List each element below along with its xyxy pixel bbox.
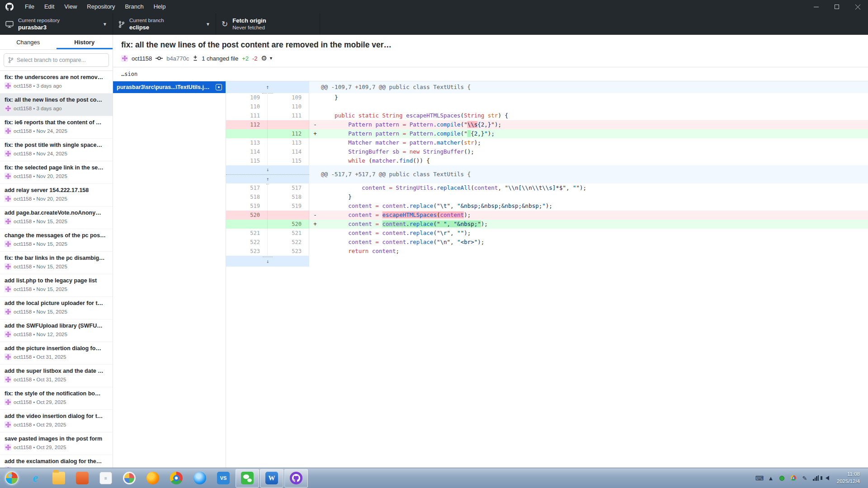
expand-down-button[interactable]: ↓ (263, 257, 273, 266)
tray-pen-icon[interactable]: ✎ (801, 474, 808, 482)
commit-list-item[interactable]: fix: the selected page link in the se…oc… (0, 161, 113, 184)
diff-line-ctx[interactable]: 523523 return content; (226, 247, 868, 256)
taskbar-github-desktop-icon[interactable] (284, 469, 308, 488)
commit-item-title: change the messages of the pc pos… (5, 232, 108, 239)
diff-line-ctx[interactable]: 110110 (226, 102, 868, 111)
commit-title: fix: all the new lines of the post conte… (121, 40, 860, 50)
menu-repository[interactable]: Repository (82, 0, 120, 14)
diff-line-del[interactable]: 112- Pattern pattern = Pattern.compile("… (226, 120, 868, 129)
taskbar-word-icon[interactable]: W (260, 469, 283, 488)
minimize-button[interactable] (806, 0, 826, 14)
diff-marker (309, 156, 321, 165)
expand-down-button[interactable]: ↓ (226, 165, 309, 175)
author-avatar (121, 55, 128, 62)
tray-network-icon[interactable] (812, 474, 820, 482)
taskbar-notepad-icon[interactable]: ≡ (94, 468, 118, 488)
commit-list-item[interactable]: fix: all the new lines of the post co…oc… (0, 94, 113, 116)
tray-keyboard-icon[interactable]: ⌨ (756, 474, 763, 482)
diff-line-ctx[interactable]: 113113 Matcher matcher = pattern.matcher… (226, 138, 868, 147)
old-line-number: 109 (226, 93, 268, 102)
commit-list-item[interactable]: add page.bar.createVote.noAnony…oct1158 … (0, 206, 113, 229)
tab-changes[interactable]: Changes (0, 35, 57, 49)
diff-line-ctx[interactable]: 517517 content = StringUtils.replaceAll(… (226, 183, 868, 192)
commit-item-meta: oct1158 • Oct 31, 2025 (5, 376, 108, 383)
taskbar-chrome-icon[interactable] (165, 468, 188, 488)
expand-up-button[interactable]: ↑ (262, 81, 273, 94)
diff-line-add[interactable]: 112+ Pattern pattern = Pattern.compile("… (226, 129, 868, 138)
menu-file[interactable]: File (20, 0, 39, 14)
avatar (5, 308, 11, 315)
commit-list-item[interactable]: add the super listbox and the date …oct1… (0, 365, 113, 387)
diff-line-ctx[interactable]: 109109 } (226, 93, 868, 102)
avatar (5, 263, 11, 270)
commit-hash[interactable]: b4a770c (166, 55, 189, 62)
new-line-number: 110 (268, 102, 309, 111)
compare-branch-input[interactable]: Select branch to compare... (4, 53, 109, 67)
compare-placeholder: Select branch to compare... (17, 57, 86, 63)
tray-defender-icon[interactable] (778, 474, 786, 482)
commit-list-item[interactable]: add list.php to the legacy page listoct1… (0, 274, 113, 297)
commit-list-item[interactable]: add the picture insertion dialog fo…oct1… (0, 342, 113, 365)
diff-line-ctx[interactable]: 521521 content = content.replace("\r", "… (226, 229, 868, 238)
repository-caret-icon: ▼ (94, 22, 107, 27)
commit-list-item[interactable]: fix: the style of the notification bo…oc… (0, 387, 113, 410)
tab-history[interactable]: History (57, 35, 113, 49)
avatar (5, 195, 11, 202)
tray-volume-icon[interactable] (824, 474, 831, 482)
diff-line-ctx[interactable]: 111111 public static String escapeHTMLSp… (226, 111, 868, 120)
commit-item-title: save pasted images in the post form (5, 436, 108, 442)
commit-list-item[interactable]: fix: the post title with single space…oc… (0, 139, 113, 161)
commit-list-item[interactable]: fix: ie6 reports that the content of …oc… (0, 116, 113, 139)
tray-chrome-tray-icon[interactable] (790, 474, 797, 482)
diff-marker (309, 111, 321, 120)
commit-list-item[interactable]: fix: the bar links in the pc disambig…oc… (0, 252, 113, 274)
expand-up-button[interactable]: ↑ (226, 175, 309, 184)
menu-view[interactable]: View (59, 0, 82, 14)
wechat-icon (241, 472, 254, 484)
menu-help[interactable]: Help (149, 0, 171, 14)
commit-list-item[interactable]: save pasted images in the post formoct11… (0, 432, 113, 455)
diff-line-ctx[interactable]: 519519 content = content.replace("\t", "… (226, 202, 868, 211)
vscode-icon: VS (217, 472, 230, 484)
taskbar-paint-icon[interactable] (118, 468, 141, 488)
commit-list-item[interactable]: add the SWFUpload library (SWFU…oct1158 … (0, 319, 113, 342)
diff-line-ctx[interactable]: 114114 StringBuffer sb = new StringBuffe… (226, 147, 868, 156)
close-button[interactable] (847, 0, 868, 14)
taskbar-file-explorer-icon[interactable] (47, 468, 71, 488)
current-branch-button[interactable]: Current branch eclipse ▼ (113, 14, 216, 35)
taskbar-wechat-icon[interactable] (236, 469, 259, 488)
diff-line-ctx[interactable]: 115115 while (matcher.find()) { (226, 156, 868, 165)
commit-item-meta: oct1158 • Nov 24, 2025 (5, 150, 108, 157)
taskbar-vscode-icon[interactable]: VS (212, 468, 235, 488)
current-repository-button[interactable]: Current repository purasbar3 ▼ (0, 14, 113, 35)
menu-edit[interactable]: Edit (39, 0, 59, 14)
new-line-number (268, 211, 309, 220)
commit-list-item[interactable]: add the exclamation dialog for the…oct11… (0, 455, 113, 468)
taskbar-photo-viewer-icon[interactable] (71, 468, 94, 488)
avatar (5, 150, 11, 157)
diff-line-add[interactable]: 520+ content = content.replace(" ", "&nb… (226, 220, 868, 229)
diff-line-ctx[interactable]: 518518 } (226, 192, 868, 202)
code-line: content = content.replace("\t", "&nbsp;&… (321, 202, 868, 211)
taskbar-clock[interactable]: 11:08 2025/12/4 (835, 471, 863, 485)
start-button[interactable] (0, 468, 24, 488)
commit-list-item[interactable]: add relay server 154.222.17.158oct1158 •… (0, 184, 113, 206)
fetch-origin-button[interactable]: ↻ Fetch origin Never fetched (216, 14, 320, 35)
taskbar-internet-explorer-icon[interactable]: e (24, 468, 47, 488)
diff-options-button[interactable]: ⚙ ▼ (261, 54, 273, 62)
commit-list-item[interactable]: add the video insertion dialog for t…oct… (0, 410, 113, 432)
diff-line-ctx[interactable]: 522522 content = content.replace("\n", "… (226, 238, 868, 247)
commit-list-item[interactable]: fix: the underscores are not remov…oct11… (0, 71, 113, 94)
gear-icon: ⚙ (261, 54, 267, 62)
commit-list-item[interactable]: change the messages of the pc pos…oct115… (0, 229, 113, 252)
tray-chevron-up-icon[interactable]: ▲ (767, 474, 774, 482)
changed-file-item[interactable]: purasbar3\src\puras...\TextUtils.java (113, 81, 226, 93)
menu-branch[interactable]: Branch (120, 0, 148, 14)
avatar (5, 331, 11, 338)
taskbar-blue-browser-icon[interactable] (188, 468, 212, 488)
old-line-number: 520 (226, 211, 268, 220)
maximize-button[interactable] (826, 0, 847, 14)
diff-line-del[interactable]: 520- content = escapeHTMLSpaces(content)… (226, 211, 868, 220)
taskbar-firefox-icon[interactable] (141, 468, 165, 488)
commit-list-item[interactable]: add the local picture uploader for t…oct… (0, 297, 113, 319)
